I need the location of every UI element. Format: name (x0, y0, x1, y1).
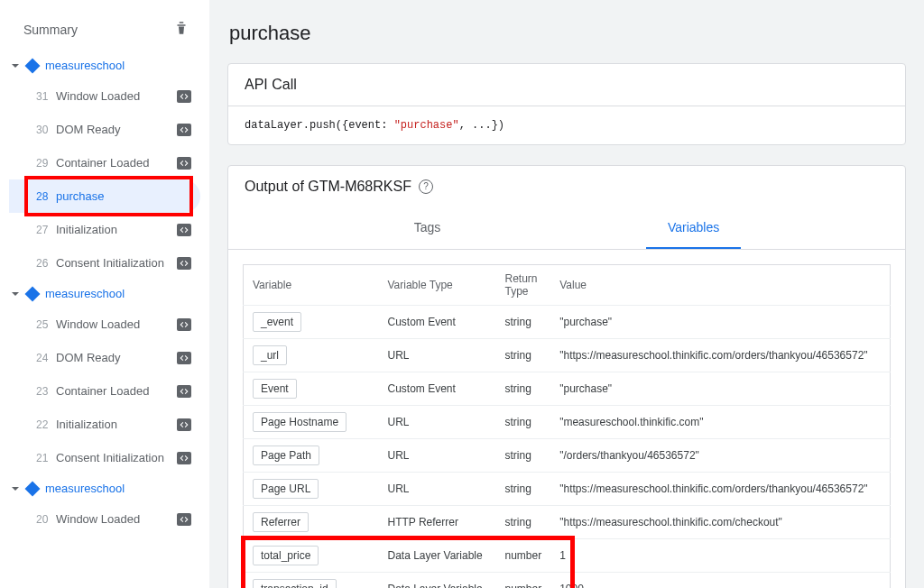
event-number: 29 (36, 157, 56, 170)
code-chip-icon (177, 124, 191, 136)
table-row: transaction_idData Layer Variablenumber1… (244, 573, 891, 589)
variable-type: URL (379, 339, 496, 372)
code-chip-icon (177, 90, 191, 103)
help-icon[interactable]: ? (419, 179, 433, 194)
output-card: Output of GTM-M68RKSF ? Tags Variables V… (227, 165, 906, 588)
variable-chip[interactable]: _event (253, 312, 301, 332)
tab-tags[interactable]: Tags (393, 207, 463, 249)
return-type: string (496, 406, 551, 439)
table-row: Page URLURLstringhttps://measureschool.t… (244, 473, 891, 506)
sidebar-title: Summary (23, 23, 78, 37)
event-label: Consent Initialization (56, 451, 177, 464)
variable-value: /orders/thankyou/46536572 (550, 439, 890, 473)
caret-down-icon (11, 484, 20, 493)
event-number: 27 (36, 224, 56, 236)
diamond-icon (25, 286, 41, 301)
variable-type: HTTP Referrer (379, 506, 496, 539)
sidebar-event[interactable]: 22Initialization (9, 408, 200, 441)
sidebar-event[interactable]: 21Consent Initialization (9, 441, 200, 474)
variable-chip[interactable]: _url (253, 345, 287, 365)
sidebar-event[interactable]: 28purchase (9, 179, 200, 213)
return-type: number (496, 539, 551, 573)
variable-type: Data Layer Variable (379, 573, 496, 589)
variable-chip[interactable]: total_price (253, 546, 319, 565)
sidebar-group-label: measureschool (45, 287, 125, 300)
main-panel: purchase API Call dataLayer.push({event:… (209, 0, 924, 588)
event-number: 30 (36, 124, 56, 136)
table-row: _urlURLstringhttps://measureschool.think… (244, 339, 891, 372)
variable-type: URL (379, 473, 496, 506)
event-label: Window Loaded (56, 512, 177, 526)
variable-chip[interactable]: transaction_id (253, 579, 337, 588)
output-card-title-text: Output of GTM-M68RKSF (245, 179, 411, 195)
table-row: total_priceData Layer Variablenumber1 (244, 539, 891, 573)
return-type: string (496, 439, 551, 473)
table-row: ReferrerHTTP Referrerstringhttps://measu… (244, 506, 891, 539)
output-tabs: Tags Variables (228, 207, 905, 250)
sidebar-event[interactable]: 26Consent Initialization (9, 246, 200, 280)
sidebar-event[interactable]: 30DOM Ready (9, 113, 200, 146)
event-label: DOM Ready (56, 123, 177, 136)
event-number: 25 (36, 318, 56, 331)
code-chip-icon (177, 452, 191, 464)
event-label: Window Loaded (56, 317, 177, 331)
sidebar-group[interactable]: measureschool (9, 51, 200, 79)
variable-value: 1000 (550, 573, 890, 589)
variable-value: https://measureschool.thinkific.com/orde… (550, 473, 890, 506)
variable-chip[interactable]: Page URL (253, 479, 319, 499)
sidebar-event[interactable]: 25Window Loaded (9, 308, 200, 341)
sidebar-event[interactable]: 20Window Loaded (9, 502, 200, 536)
api-code-value: "purchase" (394, 119, 459, 132)
variable-chip[interactable]: Event (253, 379, 297, 399)
event-number: 31 (36, 90, 56, 103)
variable-value: purchase (550, 372, 890, 406)
variable-type: Data Layer Variable (379, 539, 496, 573)
caret-down-icon (11, 289, 20, 299)
variable-chip[interactable]: Page Path (253, 446, 319, 465)
api-call-card: API Call dataLayer.push({event: "purchas… (227, 63, 906, 145)
event-label: Consent Initialization (56, 256, 177, 270)
sidebar-group-label: measureschool (45, 482, 125, 495)
sidebar-group[interactable]: measureschool (9, 280, 200, 308)
code-chip-icon (177, 318, 191, 331)
sidebar-group-label: measureschool (45, 59, 125, 72)
tab-variables[interactable]: Variables (646, 207, 741, 249)
variable-value: 1 (550, 539, 890, 573)
return-type: number (496, 573, 551, 589)
th-value: Value (550, 265, 890, 306)
return-type: string (496, 506, 551, 539)
return-type: string (496, 306, 551, 339)
event-label: purchase (56, 189, 191, 203)
code-chip-icon (177, 352, 191, 364)
table-row: Page PathURLstring/orders/thankyou/46536… (244, 439, 891, 473)
page-title: purchase (229, 22, 924, 45)
variable-chip[interactable]: Referrer (253, 512, 309, 532)
sidebar-event[interactable]: 27Initialization (9, 213, 200, 246)
event-label: Initialization (56, 418, 177, 431)
return-type: string (496, 372, 551, 406)
clear-icon[interactable] (173, 20, 189, 39)
code-chip-icon (177, 224, 191, 236)
diamond-icon (25, 481, 41, 496)
table-row: _eventCustom Eventstringpurchase (244, 306, 891, 339)
variable-chip[interactable]: Page Hostname (253, 412, 346, 432)
sidebar-header: Summary (9, 16, 200, 51)
code-chip-icon (177, 385, 191, 398)
output-card-title: Output of GTM-M68RKSF ? (228, 166, 905, 207)
variable-type: URL (379, 406, 496, 439)
sidebar-event[interactable]: 23Container Loaded (9, 374, 200, 408)
sidebar-event[interactable]: 29Container Loaded (9, 146, 200, 179)
api-call-code: dataLayer.push({event: "purchase", ...}) (228, 106, 905, 144)
event-label: Container Loaded (56, 156, 177, 170)
variable-value: https://measureschool.thinkific.com/orde… (550, 339, 890, 372)
variables-table: Variable Variable Type Return Type Value… (243, 264, 891, 588)
sidebar-group[interactable]: measureschool (9, 474, 200, 502)
variable-type: Custom Event (379, 306, 496, 339)
event-label: Window Loaded (56, 89, 177, 103)
table-row: Page HostnameURLstringmeasureschool.thin… (244, 406, 891, 439)
variable-value: measureschool.thinkific.com (550, 406, 890, 439)
code-chip-icon (177, 513, 191, 526)
caret-down-icon (11, 61, 20, 70)
sidebar-event[interactable]: 24DOM Ready (9, 341, 200, 374)
sidebar-event[interactable]: 31Window Loaded (9, 79, 200, 113)
